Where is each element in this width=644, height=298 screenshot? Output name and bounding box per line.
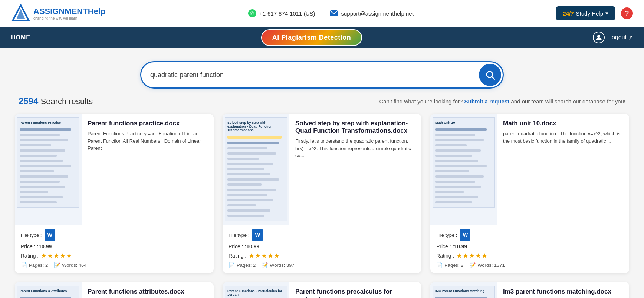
results-notice: Can't find what you're looking for? Subm… — [379, 98, 625, 105]
card-filetype-1: File type : — [21, 229, 208, 241]
card-content-5: Parent functions precalculus for jordan.… — [289, 282, 421, 298]
card-title-3: Math unit 10.docx — [503, 120, 623, 127]
card-footer-1: File type : Price : :10.99 Rating : ★★★★… — [15, 225, 214, 273]
header-contacts: ✆ +1-617-874-1011 (US) support@assignmen… — [248, 9, 414, 17]
logout-button[interactable]: Logout ↗ — [608, 34, 633, 41]
cards-grid: Parent Functions Practice Parent functio… — [0, 114, 644, 298]
nav-home[interactable]: HOME — [11, 34, 30, 41]
card-content-3: Math unit 10.docx parent quadratic funct… — [497, 114, 629, 225]
email-contact: support@assignmenthelp.net — [330, 10, 413, 17]
card-footer-2: File type : Price : :10.99 Rating : ★★★★… — [223, 225, 421, 273]
logo-tagline: changing the way we learn — [33, 16, 105, 20]
card-preview-2: Solved step by step with explanation - Q… — [223, 114, 289, 225]
pages-icon-1: 📄 — [21, 262, 27, 268]
card-content-1: Parent functions practice.docx Parent Fu… — [82, 114, 214, 225]
nav-right: Logout ↗ — [593, 32, 633, 43]
pages-icon-2: 📄 — [229, 262, 235, 268]
card-title-6: Im3 parent functions matching.docx — [503, 288, 623, 295]
card-preview-img-4: Parent Functions & Attributes — [17, 286, 79, 298]
card-6[interactable]: IM3 Parent Functions Matching Im3 parent… — [430, 282, 629, 298]
header-right: 24/7 Study Help ▾ ? — [556, 6, 633, 20]
card-desc-3: parent quadratic function : The function… — [503, 130, 623, 145]
card-title-1: Parent functions practice.docx — [88, 120, 208, 127]
card-preview-img-2: Solved step by step with explanation - Q… — [225, 117, 287, 221]
card-content-2: Solved step by step with explanation- Qu… — [289, 114, 421, 225]
card-pages-1: 📄 Pages: 2 📝 Words: 464 — [21, 262, 208, 268]
card-preview-img-1: Parent Functions Practice — [17, 117, 79, 208]
card-preview-img-3: Math Unit 10 — [433, 117, 495, 208]
logo-icon — [11, 4, 30, 23]
phone-contact: ✆ +1-617-874-1011 (US) — [248, 9, 315, 17]
header-top: ASSIGNMENTHelp changing the way we learn… — [0, 0, 644, 27]
docx-icon-2 — [252, 229, 263, 241]
chevron-down-icon: ▾ — [605, 10, 608, 17]
card-preview-img-6: IM3 Parent Functions Matching — [433, 286, 495, 298]
card-preview-4: Parent Functions & Attributes — [15, 282, 82, 298]
card-desc-2: Firstly, let's understand the quadratic … — [295, 138, 415, 159]
navbar: HOME AI Plagiarism Detection Logout ↗ — [0, 27, 644, 48]
card-content-4: Parent functions attributes.docx Parent … — [82, 282, 214, 298]
card-filetype-3: File type : — [436, 229, 623, 241]
svg-point-3 — [597, 35, 600, 38]
card-price-1: Price : :10.99 — [21, 244, 208, 249]
submit-request-link[interactable]: Submit a request — [464, 98, 510, 105]
search-input[interactable] — [141, 65, 477, 85]
words-icon-2: 📝 — [262, 262, 268, 268]
card-4[interactable]: Parent Functions & Attributes Parent fun… — [15, 282, 214, 298]
logo: ASSIGNMENTHelp changing the way we learn — [11, 4, 105, 23]
search-button[interactable] — [479, 64, 501, 86]
card-preview-6: IM3 Parent Functions Matching — [430, 282, 497, 298]
results-bar: 2594 Search results Can't find what you'… — [0, 96, 644, 106]
card-rating-3: Rating : ★★★★★ — [436, 252, 623, 260]
user-icon[interactable] — [593, 32, 605, 43]
search-icon — [485, 70, 495, 80]
logout-icon: ↗ — [628, 34, 633, 41]
pages-icon-3: 📄 — [436, 262, 443, 268]
card-filetype-2: File type : — [229, 229, 415, 241]
docx-icon-1 — [45, 229, 55, 241]
card-preview-1: Parent Functions Practice — [15, 114, 82, 225]
words-icon-1: 📝 — [54, 262, 60, 268]
ai-plagiarism-badge: AI Plagiarism Detection — [261, 29, 362, 46]
stars-1: ★★★★★ — [41, 252, 72, 260]
card-pages-3: 📄 Pages: 2 📝 Words: 1371 — [436, 262, 623, 268]
svg-line-5 — [492, 77, 494, 79]
words-icon-3: 📝 — [469, 262, 476, 268]
card-title-4: Parent functions attributes.docx — [88, 288, 208, 295]
logo-name: ASSIGNMENTHelp — [33, 7, 105, 16]
card-rating-1: Rating : ★★★★★ — [21, 252, 208, 260]
card-rating-2: Rating : ★★★★★ — [229, 252, 415, 260]
study-help-button[interactable]: 24/7 Study Help ▾ — [556, 6, 615, 20]
help-button[interactable]: ? — [621, 7, 633, 19]
card-footer-3: File type : Price : :10.99 Rating : ★★★★… — [430, 225, 629, 273]
search-area — [0, 48, 644, 96]
card-3[interactable]: Math Unit 10 Math unit 10.docx parent qu… — [430, 114, 629, 273]
mail-icon — [330, 10, 338, 16]
card-title-5: Parent functions precalculus for jordan.… — [295, 288, 415, 298]
whatsapp-icon: ✆ — [248, 9, 256, 17]
card-5[interactable]: Parent Functions - PreCalculus for Jorda… — [223, 282, 421, 298]
stars-2: ★★★★★ — [249, 252, 280, 260]
card-price-3: Price : :10.99 — [436, 244, 623, 249]
card-1[interactable]: Parent Functions Practice Parent functio… — [15, 114, 214, 273]
phone-number: +1-617-874-1011 (US) — [259, 10, 315, 17]
results-count: 2594 Search results — [19, 96, 93, 106]
card-title-2: Solved step by step with explanation- Qu… — [295, 120, 415, 135]
stars-3: ★★★★★ — [456, 252, 488, 260]
card-content-6: Im3 parent functions matching.docx IM3 P… — [497, 282, 629, 298]
card-preview-5: Parent Functions - PreCalculus for Jorda… — [223, 282, 289, 298]
card-2[interactable]: Solved step by step with explanation - Q… — [223, 114, 421, 273]
card-preview-img-5: Parent Functions - PreCalculus for Jorda… — [225, 286, 287, 298]
search-bar — [140, 61, 504, 89]
card-desc-1: Parent Functions Practice y = x : Equati… — [88, 130, 208, 152]
card-price-2: Price : :10.99 — [229, 244, 415, 249]
card-pages-2: 📄 Pages: 2 📝 Words: 397 — [229, 262, 415, 268]
email-address: support@assignmenthelp.net — [341, 10, 413, 17]
card-preview-3: Math Unit 10 — [430, 114, 497, 225]
docx-icon-3 — [460, 229, 470, 241]
